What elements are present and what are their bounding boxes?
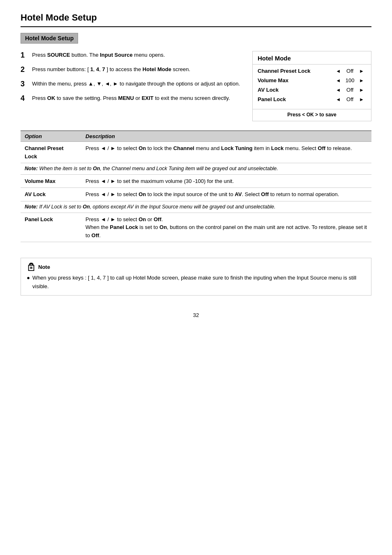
note-section: Note ●When you press keys : [ 1, 4, 7 ] …: [21, 258, 371, 296]
top-section: 1 Press SOURCE button. The Input Source …: [21, 51, 371, 121]
option-row: Volume MaxPress ◄ / ► to set the maximum…: [21, 174, 371, 188]
step-text: Press SOURCE button. The Input Source me…: [32, 51, 165, 59]
option-name: Volume Max: [21, 174, 81, 188]
hotel-row-label: Volume Max: [258, 77, 334, 83]
hotel-row-value: Off: [343, 87, 357, 93]
note-icon: [27, 262, 36, 271]
hotel-save-text: Press < OK > to save: [253, 109, 371, 121]
right-arrow-icon: ►: [359, 68, 364, 74]
hotel-row-label: AV Lock: [258, 87, 334, 93]
section-header: Hotel Mode Setup: [21, 33, 78, 44]
step-text: Within the menu, press ▲, ▼, ◄, ► to nav…: [32, 80, 240, 88]
left-arrow-icon: ◄: [336, 68, 341, 74]
option-row: AV LockPress ◄ / ► to select On to lock …: [21, 188, 371, 201]
hotel-row-value: Off: [343, 96, 357, 102]
step-text: Press OK to save the setting. Press MENU…: [32, 94, 230, 102]
hotel-row-value: Off: [343, 68, 357, 74]
note-header: Note: [27, 262, 365, 271]
note-row: Note: If AV Lock is set to On, options e…: [21, 201, 371, 213]
instructions: 1 Press SOURCE button. The Input Source …: [21, 51, 244, 121]
left-arrow-icon: ◄: [336, 87, 341, 93]
page-number: 32: [21, 312, 371, 318]
right-arrow-icon: ►: [359, 78, 364, 83]
note-cell: Note: When the item is set to On, the Ch…: [21, 163, 371, 175]
title-divider: [21, 26, 371, 27]
note-bullet: ●: [27, 274, 30, 282]
step: 4 Press OK to save the setting. Press ME…: [21, 94, 244, 103]
hotel-mode-row: Volume Max ◄ 100 ►: [258, 77, 366, 83]
option-row: Channel Preset LockPress ◄ / ► to select…: [21, 142, 371, 163]
step-number: 4: [21, 94, 32, 103]
hotel-mode-box-title: Hotel Mode: [253, 51, 371, 65]
note-cell: Note: If AV Lock is set to On, options e…: [21, 201, 371, 213]
note-label: Note: [38, 264, 50, 270]
step-number: 2: [21, 65, 32, 74]
options-table: Option Description Channel Preset LockPr…: [21, 130, 371, 242]
right-arrow-icon: ►: [359, 87, 364, 93]
hotel-row-label: Channel Preset Lock: [258, 68, 334, 74]
step-number: 1: [21, 51, 32, 60]
option-row: Panel LockPress ◄ / ► to select On or Of…: [21, 213, 371, 242]
step-text: Press number buttons: [ 1, 4, 7 ] to acc…: [32, 65, 190, 74]
hotel-mode-row: Panel Lock ◄ Off ►: [258, 96, 366, 102]
hotel-mode-box: Hotel Mode Channel Preset Lock ◄ Off ► V…: [252, 51, 371, 121]
option-description: Press ◄ / ► to select On to lock the Cha…: [81, 142, 371, 163]
hotel-row-label: Panel Lock: [258, 96, 334, 102]
option-name: AV Lock: [21, 188, 81, 201]
left-arrow-icon: ◄: [336, 78, 341, 83]
hotel-mode-rows: Channel Preset Lock ◄ Off ► Volume Max ◄…: [253, 65, 371, 107]
hotel-mode-row: AV Lock ◄ Off ►: [258, 87, 366, 93]
note-item: ●When you press keys : [ 1, 4, 7 ] to ca…: [27, 274, 365, 291]
step: 1 Press SOURCE button. The Input Source …: [21, 51, 244, 60]
note-row: Note: When the item is set to On, the Ch…: [21, 163, 371, 175]
options-tbody: Channel Preset LockPress ◄ / ► to select…: [21, 142, 371, 242]
note-text: When you press keys : [ 1, 4, 7 ] to cal…: [32, 274, 365, 291]
step-number: 3: [21, 80, 32, 88]
option-description: Press ◄ / ► to set the maximum volume (3…: [81, 174, 371, 188]
right-arrow-icon: ►: [359, 97, 364, 102]
option-description: Press ◄ / ► to select On to lock the inp…: [81, 188, 371, 201]
step: 2 Press number buttons: [ 1, 4, 7 ] to a…: [21, 65, 244, 74]
left-arrow-icon: ◄: [336, 97, 341, 102]
col-header-description: Description: [81, 131, 371, 142]
step: 3 Within the menu, press ▲, ▼, ◄, ► to n…: [21, 80, 244, 88]
page-title: Hotel Mode Setup: [21, 12, 371, 23]
option-name: Channel Preset Lock: [21, 142, 81, 163]
option-description: Press ◄ / ► to select On or Off.When the…: [81, 213, 371, 242]
hotel-mode-row: Channel Preset Lock ◄ Off ►: [258, 68, 366, 74]
hotel-row-value: 100: [343, 77, 357, 83]
option-name: Panel Lock: [21, 213, 81, 242]
col-header-option: Option: [21, 131, 81, 142]
note-items: ●When you press keys : [ 1, 4, 7 ] to ca…: [27, 274, 365, 291]
